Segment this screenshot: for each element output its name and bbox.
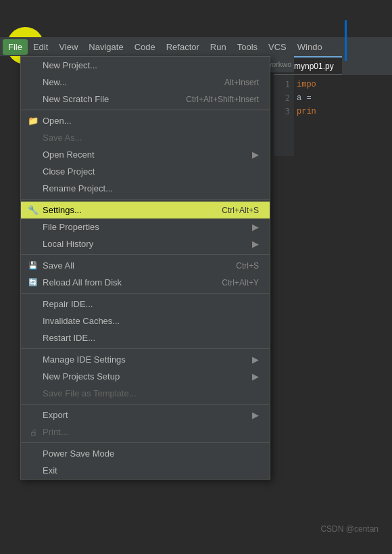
reload-all-shortcut: Ctrl+Alt+Y <box>222 278 259 287</box>
menu-item-refactor[interactable]: Refactor <box>161 39 205 55</box>
separator-5 <box>21 348 270 349</box>
invalidate-caches-label: Invalidate Caches... <box>43 316 120 326</box>
settings-shortcut: Ctrl+Alt+S <box>222 206 259 215</box>
menu-item-code[interactable]: Code <box>129 39 161 55</box>
separator-6 <box>21 404 270 405</box>
menu-new-projects-setup[interactable]: New Projects Setup ▶ <box>21 368 270 385</box>
menu-invalidate-caches[interactable]: Invalidate Caches... <box>21 313 270 329</box>
menu-save-all[interactable]: 💾 Save All Ctrl+S <box>21 257 270 274</box>
menu-item-window[interactable]: Windo <box>292 39 328 55</box>
text-cursor <box>345 20 347 61</box>
separator-3 <box>21 254 270 255</box>
line-numbers: 1 2 3 <box>274 75 294 156</box>
tab-label: mynp01.py <box>294 62 334 71</box>
save-as-label: Save As... <box>43 133 82 143</box>
menu-item-edit[interactable]: Edit <box>28 39 53 55</box>
menu-new-scratch[interactable]: New Scratch File Ctrl+Alt+Shift+Insert <box>21 91 270 108</box>
open-label: Open... <box>43 116 72 126</box>
separator-4 <box>21 293 270 294</box>
menu-restart-ide[interactable]: Restart IDE... <box>21 329 270 346</box>
close-project-label: Close Project <box>43 166 95 177</box>
menu-new-project[interactable]: New Project... <box>21 57 270 74</box>
separator-7 <box>21 442 270 443</box>
editor-panel: 🐍 mynp01.py 1 2 3 impo a = prin <box>274 56 392 205</box>
new-scratch-label: New Scratch File <box>43 94 109 104</box>
menu-reload-all[interactable]: 🔄 Reload All from Disk Ctrl+Alt+Y <box>21 274 270 291</box>
menu-close-project[interactable]: Close Project <box>21 163 270 180</box>
menu-item-vcs[interactable]: VCS <box>263 39 292 55</box>
save-all-label: Save All <box>43 260 74 271</box>
menu-open[interactable]: 📁 Open... <box>21 112 270 129</box>
open-folder-icon: 📁 <box>26 116 40 126</box>
file-menu-dropdown: New Project... New... Alt+Insert New Scr… <box>20 56 270 480</box>
line-num-2: 2 <box>274 91 294 105</box>
menu-export[interactable]: Export ▶ <box>21 407 270 423</box>
export-label: Export <box>43 410 68 420</box>
menu-open-recent[interactable]: Open Recent ▶ <box>21 146 270 163</box>
menu-rename-project[interactable]: Rename Project... <box>21 180 270 197</box>
menu-file-properties[interactable]: File Properties ▶ <box>21 218 270 235</box>
menu-item-navigate[interactable]: Navigate <box>83 39 128 55</box>
watermark: CSDN @centan <box>320 524 378 534</box>
menu-print[interactable]: 🖨 Print... <box>21 423 270 440</box>
file-properties-arrow: ▶ <box>252 222 259 232</box>
local-history-arrow: ▶ <box>252 239 259 249</box>
settings-label: Settings... <box>43 205 82 215</box>
menu-manage-ide-settings[interactable]: Manage IDE Settings ▶ <box>21 351 270 368</box>
reload-icon: 🔄 <box>26 278 40 287</box>
new-projects-setup-label: New Projects Setup <box>43 371 120 382</box>
new-label: New... <box>43 77 67 87</box>
separator-2 <box>21 199 270 200</box>
menu-power-save-mode[interactable]: Power Save Mode <box>21 445 270 462</box>
menu-save-file-template[interactable]: Save File as Template... <box>21 385 270 402</box>
file-properties-label: File Properties <box>43 222 99 232</box>
line-num-3: 3 <box>274 105 294 118</box>
code-area[interactable]: impo a = prin <box>294 75 392 118</box>
new-projects-setup-arrow: ▶ <box>252 371 259 382</box>
menu-bar: File Edit View Navigate Code Refactor Ru… <box>0 37 392 56</box>
menu-settings[interactable]: 🔧 Settings... Ctrl+Alt+S <box>21 202 270 218</box>
rename-project-label: Rename Project... <box>43 183 113 193</box>
print-icon: 🖨 <box>26 428 40 436</box>
menu-item-run[interactable]: Run <box>205 39 232 55</box>
code-line-2: a = <box>297 91 392 105</box>
reload-all-label: Reload All from Disk <box>43 277 122 287</box>
code-line-3: prin <box>297 105 392 118</box>
save-all-shortcut: Ctrl+S <box>236 261 259 271</box>
menu-local-history[interactable]: Local History ▶ <box>21 235 270 252</box>
line-num-1: 1 <box>274 78 294 91</box>
separator-1 <box>21 110 270 110</box>
export-arrow: ▶ <box>252 410 259 420</box>
manage-ide-settings-arrow: ▶ <box>252 354 259 365</box>
settings-wrench-icon: 🔧 <box>26 205 40 215</box>
manage-ide-settings-label: Manage IDE Settings <box>43 354 126 365</box>
open-recent-arrow: ▶ <box>252 149 259 160</box>
new-project-label: New Project... <box>43 60 97 70</box>
menu-item-view[interactable]: View <box>53 39 83 55</box>
menu-save-as[interactable]: Save As... <box>21 129 270 146</box>
code-line-1: impo <box>297 78 392 91</box>
local-history-label: Local History <box>43 239 93 249</box>
menu-repair-ide[interactable]: Repair IDE... <box>21 296 270 313</box>
exit-label: Exit <box>43 465 57 476</box>
save-file-template-label: Save File as Template... <box>43 388 137 398</box>
menu-item-file[interactable]: File <box>3 39 28 55</box>
new-shortcut: Alt+Insert <box>224 78 259 87</box>
open-recent-label: Open Recent <box>43 149 95 160</box>
new-scratch-shortcut: Ctrl+Alt+Shift+Insert <box>186 95 259 104</box>
menu-exit[interactable]: Exit <box>21 462 270 479</box>
menu-item-tools[interactable]: Tools <box>232 39 263 55</box>
save-all-icon: 💾 <box>26 261 40 270</box>
power-save-mode-label: Power Save Mode <box>43 448 114 459</box>
restart-ide-label: Restart IDE... <box>43 333 95 343</box>
repair-ide-label: Repair IDE... <box>43 299 93 309</box>
menu-new[interactable]: New... Alt+Insert <box>21 74 270 91</box>
print-label: Print... <box>43 427 68 437</box>
